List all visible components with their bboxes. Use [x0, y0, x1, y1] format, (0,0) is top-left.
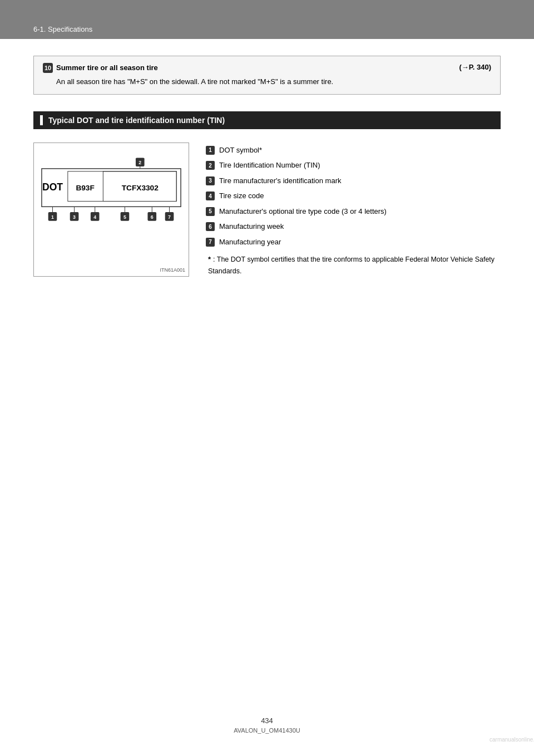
footnote: *: The DOT symbol certifies that the tir…	[206, 254, 501, 277]
diagram-label: ITN61A001	[160, 267, 185, 273]
watermark: carmanualsonline.info	[490, 737, 523, 748]
list-item-1: 1 DOT symbol*	[206, 145, 501, 156]
svg-text:TCFX3302: TCFX3302	[122, 184, 159, 192]
info-box-icon: 10	[43, 63, 53, 73]
list-num-4: 4	[206, 192, 215, 200]
svg-text:3: 3	[73, 214, 76, 219]
header-bar: 6-1. Specifications	[0, 0, 534, 39]
footnote-star: *	[208, 255, 211, 263]
list-num-1: 1	[206, 146, 215, 155]
svg-text:DOT: DOT	[42, 181, 63, 193]
svg-text:1: 1	[51, 214, 54, 219]
list-text-3: Tire manufacturer's identification mark	[219, 175, 501, 186]
list-text-5: Manufacturer's optional tire type code (…	[219, 206, 501, 217]
right-content: 1 DOT symbol* 2 Tire Identification Numb…	[206, 143, 501, 277]
info-box: 10Summer tire or all season tire (→P. 34…	[33, 56, 501, 95]
list-num-7: 7	[206, 238, 215, 247]
section-heading-bar	[40, 115, 43, 125]
page-number: 434	[261, 716, 273, 725]
list-item-5: 5 Manufacturer's optional tire type code…	[206, 206, 501, 217]
info-box-title-row: 10Summer tire or all season tire (→P. 34…	[43, 63, 491, 73]
main-content: 10Summer tire or all season tire (→P. 34…	[0, 39, 534, 310]
svg-text:5: 5	[123, 214, 126, 219]
diagram-inner: DOT B93F TCFX3302 1 2	[41, 154, 182, 227]
footer: 434 AVALON_U_OM41430U	[0, 716, 534, 734]
list-item-6: 6 Manufacturing week	[206, 221, 501, 232]
svg-text:7: 7	[168, 214, 171, 219]
section-heading: Typical DOT and tire identification numb…	[33, 111, 501, 129]
list-text-7: Manufacturing year	[219, 237, 501, 248]
svg-text:2: 2	[139, 160, 141, 165]
info-box-title-left: 10Summer tire or all season tire	[43, 63, 158, 73]
dot-diagram-svg: DOT B93F TCFX3302 1 2	[41, 154, 182, 227]
section-heading-text: Typical DOT and tire identification numb…	[48, 116, 225, 125]
info-box-ref: (→P. 340)	[459, 63, 491, 73]
footnote-text: : The DOT symbol certifies that the tire…	[208, 256, 495, 275]
list-num-2: 2	[206, 161, 215, 170]
list-text-2: Tire Identification Number (TIN)	[219, 160, 501, 171]
svg-text:4: 4	[93, 214, 96, 219]
diagram-box: DOT B93F TCFX3302 1 2	[33, 143, 189, 277]
list-text-1: DOT symbol*	[219, 145, 501, 156]
list-num-3: 3	[206, 176, 215, 185]
svg-text:6: 6	[151, 214, 154, 219]
info-box-title-text: Summer tire or all season tire	[56, 63, 158, 72]
list-num-5: 5	[206, 207, 215, 216]
list-item-7: 7 Manufacturing year	[206, 237, 501, 248]
footer-model: AVALON_U_OM41430U	[234, 727, 300, 734]
header-title: 6-1. Specifications	[33, 25, 92, 33]
list-text-6: Manufacturing week	[219, 221, 501, 232]
svg-text:B93F: B93F	[76, 184, 94, 192]
list-item-2: 2 Tire Identification Number (TIN)	[206, 160, 501, 171]
list-item-4: 4 Tire size code	[206, 190, 501, 202]
info-box-body: An all season tire has "M+S" on the side…	[43, 76, 491, 87]
list-item-3: 3 Tire manufacturer's identification mar…	[206, 175, 501, 186]
two-col-layout: DOT B93F TCFX3302 1 2	[33, 143, 501, 277]
list-text-4: Tire size code	[219, 190, 501, 202]
list-num-6: 6	[206, 222, 215, 231]
